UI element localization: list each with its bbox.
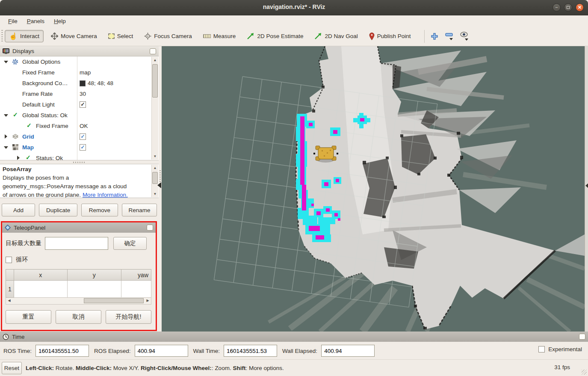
scroll-right-icon[interactable]: ▶: [145, 298, 151, 304]
duplicate-button[interactable]: Duplicate: [39, 204, 77, 216]
tree-row-global-options[interactable]: Global Options: [0, 56, 159, 67]
map-pin-icon: [369, 33, 375, 40]
description-scrollbar[interactable]: ▲ ▼: [151, 165, 158, 197]
tool-visibility-button[interactable]: [460, 32, 468, 41]
panel-splitter[interactable]: [0, 160, 159, 164]
panel-float-button[interactable]: [147, 225, 153, 231]
table-scrollbar[interactable]: ◀ ▶: [6, 298, 151, 305]
tool-move-camera[interactable]: Move Camera: [47, 30, 101, 42]
gear-icon: [12, 59, 18, 65]
tree-scrollbar[interactable]: ▲ ▼: [151, 57, 158, 160]
window-resize-grip[interactable]: [582, 370, 587, 375]
scroll-up-icon[interactable]: ▲: [152, 57, 158, 63]
tool-measure[interactable]: Measure: [199, 30, 240, 42]
title-bar[interactable]: navigation.rviz* - RViz − ✕: [0, 0, 588, 15]
start-navigation-button[interactable]: 开始导航!: [106, 310, 151, 324]
tree-row-map-status[interactable]: ✓ Status: Ok: [0, 153, 159, 160]
reset-button[interactable]: Reset: [2, 362, 22, 374]
remove-tool-button[interactable]: [445, 33, 453, 40]
add-tool-button[interactable]: [431, 33, 438, 40]
3d-viewport[interactable]: [162, 46, 585, 332]
menu-file[interactable]: File: [4, 17, 21, 26]
scrollbar-thumb[interactable]: [152, 64, 158, 98]
wall-elapsed-input[interactable]: [321, 345, 375, 357]
maximize-button[interactable]: [564, 3, 572, 12]
loop-checkbox[interactable]: [6, 257, 12, 263]
close-button[interactable]: ✕: [576, 3, 584, 12]
grid-checkbox[interactable]: ✓: [80, 133, 86, 140]
cancel-button[interactable]: 取消: [56, 310, 101, 324]
menu-panels[interactable]: Panels: [23, 17, 48, 26]
column-yaw[interactable]: yaw: [121, 269, 151, 281]
displays-panel-header[interactable]: Displays: [0, 46, 159, 56]
expand-icon[interactable]: [4, 114, 8, 117]
expand-icon[interactable]: [5, 134, 7, 139]
display-description: PoseArray Displays the poses from a geom…: [0, 164, 159, 198]
rename-button[interactable]: Rename: [122, 204, 157, 216]
status-bar: Reset Left-Click: Rotate. Middle-Click: …: [0, 359, 588, 376]
toolbar-separator: [424, 30, 425, 43]
expand-icon[interactable]: [4, 146, 8, 149]
frame-rate-value[interactable]: 30: [80, 91, 86, 97]
more-information-link[interactable]: More Information.: [83, 192, 128, 198]
tool-2d-pose-estimate[interactable]: 2D Pose Estimate: [243, 30, 307, 42]
teleop-panel-header[interactable]: TeleopPanel: [2, 222, 156, 233]
tool-select[interactable]: Select: [104, 30, 137, 42]
scroll-down-icon[interactable]: ▼: [152, 191, 158, 197]
right-dock-strip[interactable]: [585, 46, 588, 332]
map-checkbox[interactable]: ✓: [80, 144, 86, 151]
background-color-value[interactable]: 48; 48; 48: [80, 80, 113, 86]
ros-elapsed-input[interactable]: [135, 345, 188, 357]
scroll-up-icon[interactable]: ▲: [152, 165, 158, 171]
cell-yaw[interactable]: [121, 281, 151, 298]
tool-publish-point[interactable]: Publish Point: [365, 30, 415, 43]
tree-row-frame-rate[interactable]: Frame Rate 30: [0, 89, 159, 99]
clock-icon: [3, 334, 9, 340]
ros-time-input[interactable]: [35, 345, 89, 357]
expand-icon[interactable]: [4, 61, 8, 63]
experimental-checkbox[interactable]: [538, 346, 545, 352]
tree-row-fixed-frame[interactable]: Fixed Frame map: [0, 67, 159, 78]
wall-time-input[interactable]: [224, 345, 277, 357]
displays-tree[interactable]: Global Options Fixed Frame map Backgroun…: [0, 56, 159, 160]
remove-button[interactable]: Remove: [81, 204, 118, 216]
tool-focus-camera[interactable]: Focus Camera: [140, 30, 196, 42]
tree-row-global-status[interactable]: ✓ Global Status: Ok: [0, 110, 159, 121]
menu-help[interactable]: Help: [50, 17, 70, 26]
window-controls: − ✕: [553, 3, 584, 12]
minimize-button[interactable]: −: [553, 3, 561, 12]
toolbar-grip[interactable]: [1, 30, 3, 43]
tree-row-fixed-frame-status[interactable]: ✓ Fixed Frame OK: [0, 121, 159, 131]
cell-y[interactable]: [67, 281, 121, 298]
fixed-frame-value[interactable]: map: [80, 69, 91, 76]
reset-goals-button[interactable]: 重置: [6, 310, 51, 324]
panel-viewport-splitter[interactable]: [159, 46, 162, 332]
tree-row-background-color[interactable]: Background Co… 48; 48; 48: [0, 78, 159, 89]
scroll-left-icon[interactable]: ◀: [6, 298, 12, 304]
row-header: 1: [6, 281, 14, 298]
add-button[interactable]: Add: [2, 204, 35, 216]
confirm-button[interactable]: 确定: [113, 237, 147, 250]
column-x[interactable]: x: [14, 269, 67, 281]
default-light-checkbox[interactable]: ✓: [80, 101, 86, 108]
max-goal-input[interactable]: [45, 237, 108, 250]
focus-crosshair-icon: [144, 33, 151, 40]
tree-row-default-light[interactable]: Default Light ✓: [0, 99, 159, 110]
column-y[interactable]: y: [67, 269, 121, 281]
expand-icon[interactable]: [17, 156, 20, 160]
tree-row-map[interactable]: Map ✓: [0, 142, 159, 153]
panel-float-button[interactable]: [150, 48, 156, 54]
time-panel-header[interactable]: Time: [0, 332, 588, 342]
cell-x[interactable]: [14, 281, 67, 298]
goal-table[interactable]: x y yaw 1: [6, 269, 151, 298]
scroll-down-icon[interactable]: ▼: [152, 153, 158, 160]
tool-2d-nav-goal[interactable]: 2D Nav Goal: [310, 30, 361, 42]
panel-float-button[interactable]: [579, 334, 585, 340]
expand-panel-icon[interactable]: [585, 183, 588, 188]
scrollbar-thumb[interactable]: [84, 298, 144, 303]
chevron-down-icon: [465, 38, 468, 41]
tree-row-grid[interactable]: Grid ✓: [0, 131, 159, 142]
collapse-panel-icon[interactable]: [157, 182, 161, 188]
tool-interact[interactable]: ☝ Interact: [5, 30, 44, 42]
goal-table-row[interactable]: 1: [6, 281, 151, 298]
